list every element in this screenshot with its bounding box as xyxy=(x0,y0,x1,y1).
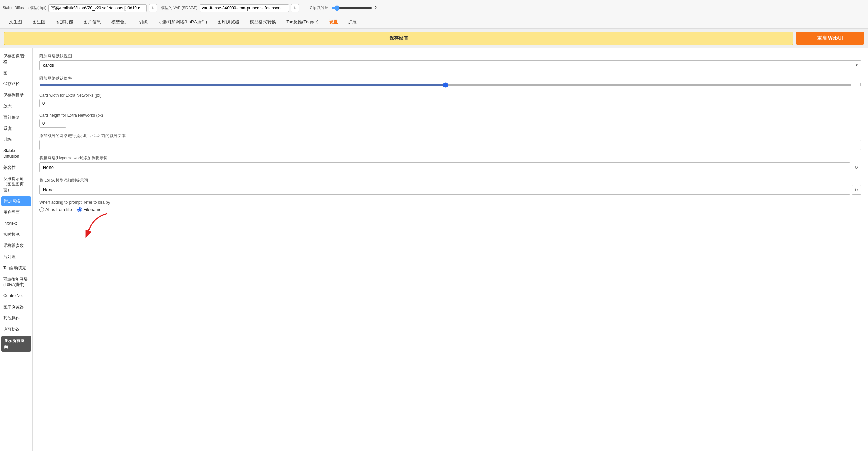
sidebar-item-train[interactable]: 训练 xyxy=(0,134,32,145)
sidebar-item-lora-plugin[interactable]: 可选附加网络(LoRA插件) xyxy=(0,274,32,291)
card-width-input[interactable] xyxy=(39,99,66,107)
lora-select[interactable]: None xyxy=(39,185,850,195)
settings-content: 附加网络默认视图 cards ▼ 附加网络默认倍率 1 Card width f… xyxy=(33,48,868,451)
save-settings-button[interactable]: 保存设置 xyxy=(4,32,793,45)
vae-refresh-btn[interactable]: ↻ xyxy=(291,4,299,12)
model-label: Stable Diffusion 模型(ckpt) xyxy=(3,5,46,11)
extra-networks-multiplier-slider[interactable] xyxy=(39,84,852,86)
extra-networks-multiplier-value: 1 xyxy=(854,83,861,87)
sidebar-item-image[interactable]: 图 xyxy=(0,67,32,79)
nav-item-img2img[interactable]: 图生图 xyxy=(27,16,50,28)
radio-alias-from-file-input[interactable] xyxy=(39,207,44,212)
hypernetwork-label: 将超网络(Hypernetwork)添加到提示词 xyxy=(39,155,861,161)
nav-item-settings[interactable]: 设置 xyxy=(324,16,342,28)
sidebar-item-save-image[interactable]: 保存图像/音格 xyxy=(0,51,32,67)
clip-slider[interactable] xyxy=(331,5,372,11)
extra-networks-view-select[interactable]: cards xyxy=(39,60,861,70)
extra-networks-multiplier-row: 1 xyxy=(39,83,861,87)
nav-item-lora[interactable]: 可选附加网络(LoRA插件) xyxy=(153,16,212,28)
sidebar-item-save-path[interactable]: 保存路径 xyxy=(0,78,32,90)
sidebar-item-other[interactable]: 其他操作 xyxy=(0,313,32,324)
nav-item-convert[interactable]: 模型格式转换 xyxy=(245,16,281,28)
radio-filename-label: Filename xyxy=(83,207,101,212)
clip-label: Clip 跳过层 xyxy=(310,5,329,11)
main-layout: 保存图像/音格 图 保存路径 保存到目录 放大 面部修复 系统 训练 Stabl… xyxy=(0,48,868,451)
sidebar-item-show-all[interactable]: 显示所有页面 xyxy=(1,336,31,352)
radio-alias-from-file-label: Alias from file xyxy=(45,207,72,212)
vae-select[interactable]: vae-ft-mse-840000-ema-pruned.safetensors xyxy=(200,4,289,12)
sidebar-item-infotext[interactable]: Infotext xyxy=(0,218,32,229)
lora-refer-radio-group: Alias from file Filename xyxy=(39,207,861,212)
sidebar-item-license[interactable]: 许可协议 xyxy=(0,324,32,335)
nav-item-merge[interactable]: 模型合并 xyxy=(106,16,134,28)
sidebar-item-postprocess[interactable]: 后处理 xyxy=(0,251,32,262)
sidebar: 保存图像/音格 图 保存路径 保存到目录 放大 面部修复 系统 训练 Stabl… xyxy=(0,48,33,451)
sidebar-item-save-to-dir[interactable]: 保存到目录 xyxy=(0,90,32,101)
card-width-group: Card width for Extra Networks (px) xyxy=(39,93,861,107)
lora-refresh-btn[interactable]: ↻ xyxy=(852,185,861,195)
nav-item-train[interactable]: 训练 xyxy=(134,16,153,28)
sidebar-item-gallery-browser[interactable]: 图库浏览器 xyxy=(0,301,32,313)
sidebar-item-sampler[interactable]: 采样器参数 xyxy=(0,240,32,251)
nav-item-txt2img[interactable]: 文生图 xyxy=(4,16,27,28)
hypernetwork-group: 将超网络(Hypernetwork)添加到提示词 None ↻ xyxy=(39,155,861,172)
extra-networks-view-select-wrapper: cards ▼ xyxy=(39,60,861,70)
lora-label: 将 LoRA 模型添加到提示词 xyxy=(39,178,861,183)
action-bar: 保存设置 重启 WebUI xyxy=(0,29,868,48)
top-bar: Stable Diffusion 模型(ckpt) 写实/realisticVi… xyxy=(0,0,868,16)
radio-filename-input[interactable] xyxy=(77,207,82,212)
lora-group: 将 LoRA 模型添加到提示词 None ↻ xyxy=(39,178,861,195)
card-height-group: Card height for Extra Networks (px) xyxy=(39,113,861,128)
sidebar-item-upscale[interactable]: 放大 xyxy=(0,101,32,112)
sidebar-item-live-preview[interactable]: 实时预览 xyxy=(0,229,32,240)
radio-alias-from-file[interactable]: Alias from file xyxy=(39,207,72,212)
sidebar-item-tag-autocomplete[interactable]: Tag自动填充 xyxy=(0,262,32,274)
hypernetwork-refresh-btn[interactable]: ↻ xyxy=(852,163,861,172)
vae-label: 模型的 VAE (SD VAE) xyxy=(161,5,197,11)
sidebar-item-system[interactable]: 系统 xyxy=(0,123,32,134)
vae-section: 模型的 VAE (SD VAE) vae-ft-mse-840000-ema-p… xyxy=(161,4,299,12)
radio-filename[interactable]: Filename xyxy=(77,207,101,212)
nav-item-tagger[interactable]: Tag反推(Tagger) xyxy=(281,16,323,28)
vae-select-wrapper: vae-ft-mse-840000-ema-pruned.safetensors xyxy=(200,4,289,12)
nav-item-gallery[interactable]: 图库浏览器 xyxy=(213,16,244,28)
extra-text-input[interactable] xyxy=(39,140,861,150)
nav-item-pnginfo[interactable]: 图片信息 xyxy=(79,16,106,28)
lora-select-wrapper: None ↻ xyxy=(39,185,861,195)
nav-bar: 文生图 图生图 附加功能 图片信息 模型合并 训练 可选附加网络(LoRA插件)… xyxy=(0,16,868,29)
sidebar-item-ui[interactable]: 用户界面 xyxy=(0,207,32,218)
clip-section: Clip 跳过层 2 xyxy=(310,5,377,11)
red-arrow-icon xyxy=(87,210,127,237)
sidebar-item-interrogate[interactable]: 反推提示词（图生图页面） xyxy=(0,173,32,196)
extra-networks-view-label: 附加网络默认视图 xyxy=(39,53,861,59)
extra-networks-multiplier-group: 附加网络默认倍率 1 xyxy=(39,76,861,87)
model-refresh-btn[interactable]: ↻ xyxy=(149,4,157,12)
clip-value: 2 xyxy=(375,6,377,11)
model-select[interactable]: 写实/realisticVisionV20_v20.safetensors [c… xyxy=(48,4,147,12)
sidebar-item-sd[interactable]: Stable Diffusion xyxy=(0,145,32,162)
model-section: Stable Diffusion 模型(ckpt) 写实/realisticVi… xyxy=(3,4,157,12)
model-select-wrapper: 写实/realisticVisionV20_v20.safetensors [c… xyxy=(48,4,147,12)
extra-text-group: 添加额外的网络进行提示时，<...> 前的额外文本 xyxy=(39,133,861,150)
nav-item-extras[interactable]: 附加功能 xyxy=(51,16,78,28)
hypernetwork-select[interactable]: None xyxy=(39,162,850,172)
hypernetwork-select-wrapper: None ↻ xyxy=(39,162,861,172)
lora-refer-label: When adding to prompt, refer to lora by xyxy=(39,200,861,205)
extra-networks-view-group: 附加网络默认视图 cards ▼ xyxy=(39,53,861,70)
extra-text-label: 添加额外的网络进行提示时，<...> 前的额外文本 xyxy=(39,133,861,139)
sidebar-item-extra-networks[interactable]: 附加网络 xyxy=(1,196,31,206)
sidebar-item-face-restore[interactable]: 面部修复 xyxy=(0,112,32,123)
restart-webui-button[interactable]: 重启 WebUI xyxy=(796,32,864,45)
nav-item-extensions[interactable]: 扩展 xyxy=(343,16,361,28)
lora-refer-group: When adding to prompt, refer to lora by … xyxy=(39,200,861,212)
card-height-input[interactable] xyxy=(39,119,66,128)
card-width-label: Card width for Extra Networks (px) xyxy=(39,93,861,98)
sidebar-item-compat[interactable]: 兼容性 xyxy=(0,162,32,173)
extra-networks-multiplier-label: 附加网络默认倍率 xyxy=(39,76,861,81)
card-height-label: Card height for Extra Networks (px) xyxy=(39,113,861,118)
sidebar-item-controlnet[interactable]: ControlNet xyxy=(0,290,32,301)
